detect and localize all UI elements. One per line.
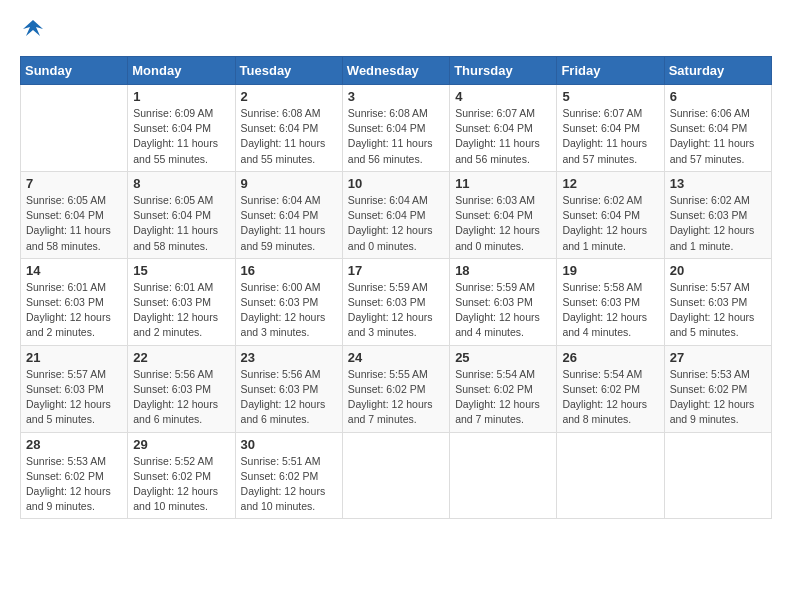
day-info: Sunrise: 6:05 AM Sunset: 6:04 PM Dayligh… bbox=[133, 193, 229, 254]
calendar-header-sunday: Sunday bbox=[21, 57, 128, 85]
day-number: 24 bbox=[348, 350, 444, 365]
calendar-cell: 14Sunrise: 6:01 AM Sunset: 6:03 PM Dayli… bbox=[21, 258, 128, 345]
calendar-cell: 30Sunrise: 5:51 AM Sunset: 6:02 PM Dayli… bbox=[235, 432, 342, 519]
calendar-header-saturday: Saturday bbox=[664, 57, 771, 85]
day-info: Sunrise: 6:06 AM Sunset: 6:04 PM Dayligh… bbox=[670, 106, 766, 167]
day-number: 18 bbox=[455, 263, 551, 278]
day-info: Sunrise: 5:57 AM Sunset: 6:03 PM Dayligh… bbox=[670, 280, 766, 341]
day-number: 15 bbox=[133, 263, 229, 278]
day-info: Sunrise: 6:09 AM Sunset: 6:04 PM Dayligh… bbox=[133, 106, 229, 167]
calendar-week-2: 7Sunrise: 6:05 AM Sunset: 6:04 PM Daylig… bbox=[21, 171, 772, 258]
day-number: 28 bbox=[26, 437, 122, 452]
day-number: 5 bbox=[562, 89, 658, 104]
day-number: 9 bbox=[241, 176, 337, 191]
day-number: 29 bbox=[133, 437, 229, 452]
day-number: 27 bbox=[670, 350, 766, 365]
day-number: 19 bbox=[562, 263, 658, 278]
day-number: 13 bbox=[670, 176, 766, 191]
day-info: Sunrise: 5:58 AM Sunset: 6:03 PM Dayligh… bbox=[562, 280, 658, 341]
day-number: 6 bbox=[670, 89, 766, 104]
day-info: Sunrise: 6:04 AM Sunset: 6:04 PM Dayligh… bbox=[348, 193, 444, 254]
calendar-cell: 10Sunrise: 6:04 AM Sunset: 6:04 PM Dayli… bbox=[342, 171, 449, 258]
day-info: Sunrise: 6:08 AM Sunset: 6:04 PM Dayligh… bbox=[241, 106, 337, 167]
day-info: Sunrise: 5:54 AM Sunset: 6:02 PM Dayligh… bbox=[455, 367, 551, 428]
day-info: Sunrise: 6:04 AM Sunset: 6:04 PM Dayligh… bbox=[241, 193, 337, 254]
calendar-week-3: 14Sunrise: 6:01 AM Sunset: 6:03 PM Dayli… bbox=[21, 258, 772, 345]
calendar-table: SundayMondayTuesdayWednesdayThursdayFrid… bbox=[20, 56, 772, 519]
calendar-cell: 2Sunrise: 6:08 AM Sunset: 6:04 PM Daylig… bbox=[235, 85, 342, 172]
day-info: Sunrise: 6:05 AM Sunset: 6:04 PM Dayligh… bbox=[26, 193, 122, 254]
day-info: Sunrise: 6:02 AM Sunset: 6:04 PM Dayligh… bbox=[562, 193, 658, 254]
day-number: 2 bbox=[241, 89, 337, 104]
calendar-cell: 27Sunrise: 5:53 AM Sunset: 6:02 PM Dayli… bbox=[664, 345, 771, 432]
calendar-week-1: 1Sunrise: 6:09 AM Sunset: 6:04 PM Daylig… bbox=[21, 85, 772, 172]
calendar-header-wednesday: Wednesday bbox=[342, 57, 449, 85]
day-number: 3 bbox=[348, 89, 444, 104]
day-info: Sunrise: 5:59 AM Sunset: 6:03 PM Dayligh… bbox=[348, 280, 444, 341]
day-info: Sunrise: 5:53 AM Sunset: 6:02 PM Dayligh… bbox=[670, 367, 766, 428]
calendar-cell: 19Sunrise: 5:58 AM Sunset: 6:03 PM Dayli… bbox=[557, 258, 664, 345]
calendar-cell: 5Sunrise: 6:07 AM Sunset: 6:04 PM Daylig… bbox=[557, 85, 664, 172]
calendar-header-thursday: Thursday bbox=[450, 57, 557, 85]
day-number: 16 bbox=[241, 263, 337, 278]
calendar-header-row: SundayMondayTuesdayWednesdayThursdayFrid… bbox=[21, 57, 772, 85]
day-number: 23 bbox=[241, 350, 337, 365]
day-info: Sunrise: 5:51 AM Sunset: 6:02 PM Dayligh… bbox=[241, 454, 337, 515]
day-info: Sunrise: 5:53 AM Sunset: 6:02 PM Dayligh… bbox=[26, 454, 122, 515]
day-info: Sunrise: 5:57 AM Sunset: 6:03 PM Dayligh… bbox=[26, 367, 122, 428]
day-info: Sunrise: 6:01 AM Sunset: 6:03 PM Dayligh… bbox=[26, 280, 122, 341]
calendar-cell: 21Sunrise: 5:57 AM Sunset: 6:03 PM Dayli… bbox=[21, 345, 128, 432]
day-info: Sunrise: 5:52 AM Sunset: 6:02 PM Dayligh… bbox=[133, 454, 229, 515]
day-number: 20 bbox=[670, 263, 766, 278]
calendar-cell: 20Sunrise: 5:57 AM Sunset: 6:03 PM Dayli… bbox=[664, 258, 771, 345]
calendar-cell: 9Sunrise: 6:04 AM Sunset: 6:04 PM Daylig… bbox=[235, 171, 342, 258]
day-number: 30 bbox=[241, 437, 337, 452]
calendar-cell bbox=[342, 432, 449, 519]
calendar-header-tuesday: Tuesday bbox=[235, 57, 342, 85]
day-number: 25 bbox=[455, 350, 551, 365]
calendar-week-4: 21Sunrise: 5:57 AM Sunset: 6:03 PM Dayli… bbox=[21, 345, 772, 432]
calendar-cell: 4Sunrise: 6:07 AM Sunset: 6:04 PM Daylig… bbox=[450, 85, 557, 172]
day-info: Sunrise: 6:08 AM Sunset: 6:04 PM Dayligh… bbox=[348, 106, 444, 167]
day-number: 17 bbox=[348, 263, 444, 278]
calendar-body: 1Sunrise: 6:09 AM Sunset: 6:04 PM Daylig… bbox=[21, 85, 772, 519]
day-number: 21 bbox=[26, 350, 122, 365]
day-info: Sunrise: 6:07 AM Sunset: 6:04 PM Dayligh… bbox=[455, 106, 551, 167]
day-number: 7 bbox=[26, 176, 122, 191]
day-number: 22 bbox=[133, 350, 229, 365]
calendar-cell: 6Sunrise: 6:06 AM Sunset: 6:04 PM Daylig… bbox=[664, 85, 771, 172]
calendar-cell: 15Sunrise: 6:01 AM Sunset: 6:03 PM Dayli… bbox=[128, 258, 235, 345]
day-info: Sunrise: 6:00 AM Sunset: 6:03 PM Dayligh… bbox=[241, 280, 337, 341]
calendar-cell: 18Sunrise: 5:59 AM Sunset: 6:03 PM Dayli… bbox=[450, 258, 557, 345]
day-info: Sunrise: 6:07 AM Sunset: 6:04 PM Dayligh… bbox=[562, 106, 658, 167]
day-number: 12 bbox=[562, 176, 658, 191]
svg-marker-0 bbox=[23, 20, 43, 36]
calendar-cell: 24Sunrise: 5:55 AM Sunset: 6:02 PM Dayli… bbox=[342, 345, 449, 432]
calendar-cell: 7Sunrise: 6:05 AM Sunset: 6:04 PM Daylig… bbox=[21, 171, 128, 258]
day-info: Sunrise: 5:55 AM Sunset: 6:02 PM Dayligh… bbox=[348, 367, 444, 428]
day-info: Sunrise: 5:56 AM Sunset: 6:03 PM Dayligh… bbox=[133, 367, 229, 428]
calendar-week-5: 28Sunrise: 5:53 AM Sunset: 6:02 PM Dayli… bbox=[21, 432, 772, 519]
day-number: 1 bbox=[133, 89, 229, 104]
day-number: 4 bbox=[455, 89, 551, 104]
calendar-cell: 16Sunrise: 6:00 AM Sunset: 6:03 PM Dayli… bbox=[235, 258, 342, 345]
day-info: Sunrise: 6:03 AM Sunset: 6:04 PM Dayligh… bbox=[455, 193, 551, 254]
day-number: 8 bbox=[133, 176, 229, 191]
day-number: 26 bbox=[562, 350, 658, 365]
calendar-header-friday: Friday bbox=[557, 57, 664, 85]
day-info: Sunrise: 6:01 AM Sunset: 6:03 PM Dayligh… bbox=[133, 280, 229, 341]
logo-wing-icon bbox=[22, 18, 44, 44]
calendar-cell: 8Sunrise: 6:05 AM Sunset: 6:04 PM Daylig… bbox=[128, 171, 235, 258]
calendar-cell: 28Sunrise: 5:53 AM Sunset: 6:02 PM Dayli… bbox=[21, 432, 128, 519]
calendar-cell: 29Sunrise: 5:52 AM Sunset: 6:02 PM Dayli… bbox=[128, 432, 235, 519]
calendar-cell: 12Sunrise: 6:02 AM Sunset: 6:04 PM Dayli… bbox=[557, 171, 664, 258]
day-number: 14 bbox=[26, 263, 122, 278]
calendar-cell: 26Sunrise: 5:54 AM Sunset: 6:02 PM Dayli… bbox=[557, 345, 664, 432]
calendar-cell: 22Sunrise: 5:56 AM Sunset: 6:03 PM Dayli… bbox=[128, 345, 235, 432]
calendar-cell: 13Sunrise: 6:02 AM Sunset: 6:03 PM Dayli… bbox=[664, 171, 771, 258]
calendar-cell: 23Sunrise: 5:56 AM Sunset: 6:03 PM Dayli… bbox=[235, 345, 342, 432]
day-info: Sunrise: 5:59 AM Sunset: 6:03 PM Dayligh… bbox=[455, 280, 551, 341]
calendar-cell bbox=[450, 432, 557, 519]
calendar-cell bbox=[21, 85, 128, 172]
calendar-cell: 25Sunrise: 5:54 AM Sunset: 6:02 PM Dayli… bbox=[450, 345, 557, 432]
